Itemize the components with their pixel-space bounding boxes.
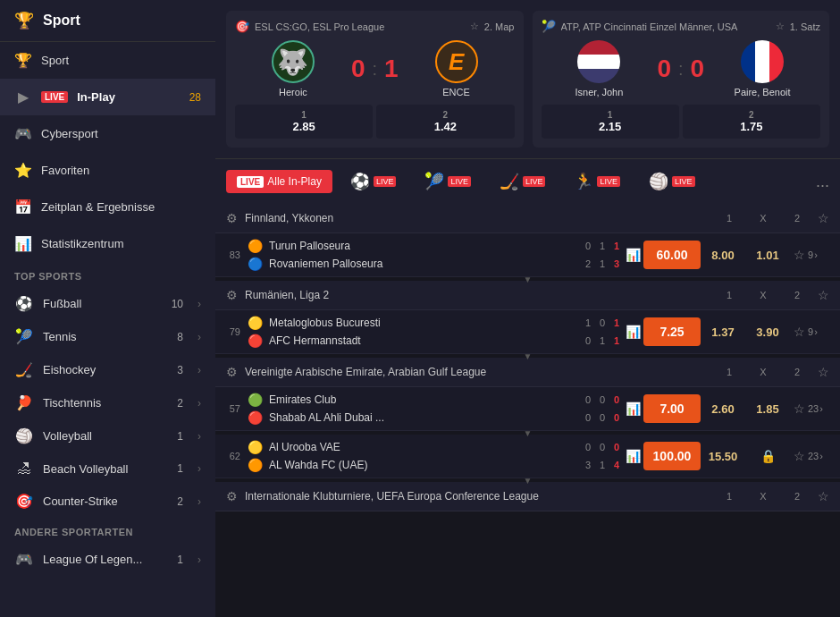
- sidebar-item-zeitplan[interactable]: 📅 Zeitplan & Ergebnisse: [0, 189, 215, 225]
- andere-item[interactable]: 🎮 League Of Legen... 1 ›: [0, 543, 215, 576]
- trophy-icon: 🏆: [14, 11, 34, 30]
- match-row[interactable]: 62 🟡 Al Urooba VAE 0 0 0 🟠 AL Wahda FC (…: [215, 435, 840, 478]
- match-more[interactable]: 23›: [808, 403, 833, 414]
- nav-more-button[interactable]: ...: [816, 173, 829, 191]
- league-header-finnland[interactable]: ⚙ Finnland, Ykkonen 1 X 2 ☆: [215, 204, 840, 233]
- league-header-rumaenien[interactable]: ⚙ Rumänien, Liga 2 1 X 2 ☆: [215, 281, 840, 310]
- sport-icon: 🏒: [14, 361, 34, 378]
- soccer-live-badge: LIVE: [374, 176, 397, 187]
- sport-icon: 🏓: [14, 394, 34, 411]
- team-isner-name: Isner, John: [542, 87, 658, 97]
- odd-highlight[interactable]: 60.00: [643, 241, 701, 269]
- league-name: Rumänien, Liga 2: [245, 289, 709, 301]
- odd-right-2-label: 2: [686, 110, 817, 120]
- t2s1: 0: [583, 335, 593, 346]
- chevron-right-icon: ›: [197, 554, 201, 566]
- match-more[interactable]: 23›: [808, 451, 833, 461]
- match-row[interactable]: 57 🟢 Emirates Club 0 0 0 🔴 Shabab AL Ahl…: [215, 387, 840, 431]
- league-star-icon[interactable]: ☆: [818, 288, 829, 302]
- match-row[interactable]: 79 🟡 Metaloglobus Bucuresti 1 0 1 🔴 AFC …: [215, 310, 840, 354]
- match-row[interactable]: 83 🟠 Turun Palloseura 0 1 1 🔵 Rovaniemen…: [215, 233, 840, 277]
- match-star-icon[interactable]: ☆: [790, 325, 808, 339]
- odd-x[interactable]: 2.60: [701, 402, 745, 416]
- odd-left-2[interactable]: 2 1.42: [376, 105, 514, 139]
- match-card-right-star[interactable]: ☆: [776, 21, 785, 32]
- andere-count: 1: [177, 554, 183, 566]
- sport-item-fußball[interactable]: ⚽ Fußball 10 ›: [0, 287, 215, 320]
- tab-other1[interactable]: 🏃 LIVE: [563, 166, 631, 197]
- sidebar-item-sport[interactable]: 🏆 Sport: [0, 42, 215, 79]
- odd-right-2[interactable]: 2 1.75: [683, 105, 820, 139]
- odd-left-1[interactable]: 1 2.85: [235, 105, 373, 139]
- team-paire-name: Paire, Benoit: [704, 87, 820, 97]
- league-star-icon[interactable]: ☆: [818, 211, 829, 225]
- chart-icon[interactable]: 📊: [622, 449, 643, 463]
- expand-arrow-icon[interactable]: ▼: [524, 275, 533, 284]
- nav-tabs: LIVE Alle In-Play ⚽ LIVE 🎾 LIVE 🏒 LIVE 🏃…: [215, 158, 840, 204]
- tab-hockey[interactable]: 🏒 LIVE: [489, 166, 557, 197]
- team2-scores: 0 0 0: [583, 412, 622, 423]
- tab-other2[interactable]: 🏐 LIVE: [638, 166, 706, 197]
- chart-icon[interactable]: 📊: [622, 401, 643, 416]
- sidebar-icon-zeitplan: 📅: [14, 199, 32, 216]
- odd-2[interactable]: 1.01: [745, 249, 790, 262]
- match-card-left: 🎯 ESL CS:GO, ESL Pro League ☆ 2. Map 🐺 H…: [226, 11, 524, 148]
- tab-tennis[interactable]: 🎾 LIVE: [414, 166, 482, 197]
- team-paire-flag: [741, 40, 784, 83]
- chevron-right-icon: ›: [197, 364, 201, 376]
- tab-all-inplay[interactable]: LIVE Alle In-Play: [226, 170, 332, 193]
- match-star-icon[interactable]: ☆: [790, 449, 808, 463]
- odd-2[interactable]: 3.90: [745, 325, 790, 339]
- sport-count: 1: [177, 430, 183, 443]
- sport-item-beach-volleyball[interactable]: 🏖 Beach Volleyball 1 ›: [0, 452, 215, 485]
- expand-arrow-icon[interactable]: ▼: [524, 351, 533, 361]
- sidebar-header[interactable]: 🏆 Sport: [0, 0, 215, 42]
- odd-right-1-value: 2.15: [599, 120, 621, 133]
- odd-highlight[interactable]: 100.00: [643, 442, 701, 470]
- sport-name: Beach Volleyball: [43, 462, 168, 476]
- sport-item-counter-strike[interactable]: 🎯 Counter-Strike 2 ›: [0, 485, 215, 518]
- expand-arrow-icon[interactable]: ▼: [524, 428, 533, 438]
- league-name: Finnland, Ykkonen: [245, 212, 709, 224]
- match-card-right-header: 🎾 ATP, ATP Cincinnati Einzel Männer, USA…: [542, 20, 821, 33]
- expand-arrow-icon[interactable]: ▼: [524, 476, 533, 486]
- match-more[interactable]: 9›: [808, 326, 833, 337]
- t2live: 4: [611, 460, 622, 470]
- sport-item-tennis[interactable]: 🎾 Tennis 8 ›: [0, 320, 215, 353]
- odd-2[interactable]: 1.85: [745, 402, 790, 416]
- odd-x[interactable]: 1.37: [701, 325, 745, 339]
- match-star-icon[interactable]: ☆: [790, 401, 808, 416]
- chart-icon[interactable]: 📊: [622, 325, 643, 339]
- team1-icon: 🟢: [248, 393, 264, 407]
- sidebar-item-cybersport[interactable]: 🎮 Cybersport: [0, 115, 215, 152]
- sport-item-eishockey[interactable]: 🏒 Eishockey 3 ›: [0, 353, 215, 386]
- tab-soccer[interactable]: ⚽ LIVE: [340, 166, 407, 197]
- team2-scores: 3 1 4: [583, 460, 622, 470]
- t2live: 1: [611, 335, 622, 346]
- sport-item-volleyball[interactable]: 🏐 Volleyball 1 ›: [0, 419, 215, 452]
- odd-highlight[interactable]: 7.00: [643, 394, 701, 423]
- sport-icon: 🎾: [14, 328, 34, 345]
- t1live: 1: [611, 317, 622, 328]
- match-more[interactable]: 9›: [808, 249, 833, 260]
- odd-right-1[interactable]: 1 2.15: [542, 105, 679, 139]
- league-star-icon[interactable]: ☆: [818, 365, 829, 379]
- league-star-icon[interactable]: ☆: [818, 489, 829, 503]
- sidebar-item-favoriten[interactable]: ⭐ Favoriten: [0, 152, 215, 189]
- league-header-europa[interactable]: ⚙ Internationale Klubturniere, UEFA Euro…: [215, 482, 840, 511]
- sidebar-item-inplay[interactable]: ▶ LIVE In-Play 28: [0, 79, 215, 115]
- chart-icon[interactable]: 📊: [622, 248, 643, 262]
- league-header-uae[interactable]: ⚙ Vereinigte Arabische Emirate, Arabian …: [215, 358, 840, 387]
- odd-x[interactable]: 8.00: [701, 249, 745, 262]
- match-star-icon[interactable]: ☆: [790, 248, 808, 262]
- sidebar-item-statistik[interactable]: 📊 Statistikzentrum: [0, 225, 215, 262]
- t1live: 1: [611, 241, 622, 251]
- match-card-left-star[interactable]: ☆: [470, 21, 479, 32]
- score-center-right: 0 : 0: [657, 55, 704, 83]
- match-card-left-league: ESL CS:GO, ESL Pro League: [255, 21, 465, 32]
- odd-highlight[interactable]: 7.25: [643, 317, 701, 346]
- sport-count: 2: [177, 397, 183, 410]
- score-left-2: 1: [384, 55, 399, 83]
- sport-item-tischtennis[interactable]: 🏓 Tischtennis 2 ›: [0, 386, 215, 419]
- odd-x[interactable]: 15.50: [701, 450, 745, 463]
